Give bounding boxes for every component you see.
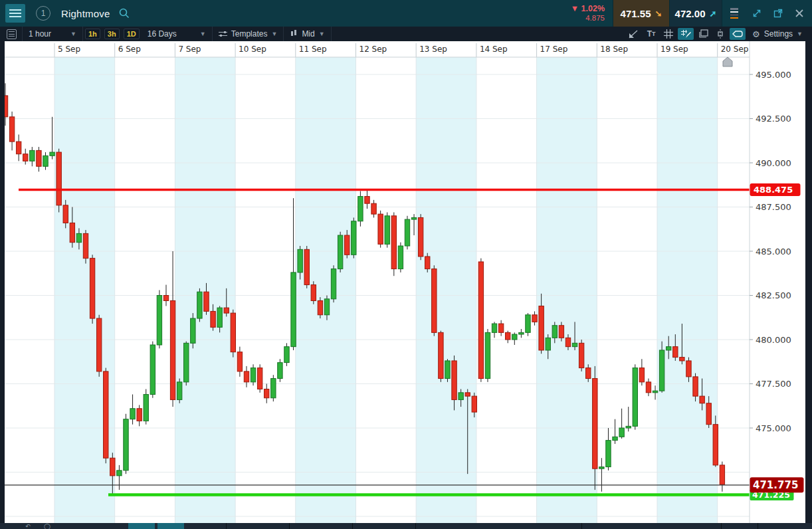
- watchlist-icon[interactable]: [0, 27, 22, 41]
- candle[interactable]: [244, 371, 249, 382]
- candle[interactable]: [157, 296, 161, 345]
- candle[interactable]: [298, 249, 302, 272]
- candle[interactable]: [686, 361, 691, 377]
- candle[interactable]: [519, 332, 524, 334]
- candle[interactable]: [532, 315, 537, 322]
- candle[interactable]: [43, 156, 48, 166]
- candle[interactable]: [633, 368, 637, 427]
- candle[interactable]: [90, 259, 94, 318]
- candle[interactable]: [506, 332, 510, 340]
- candle[interactable]: [177, 382, 181, 400]
- candle[interactable]: [613, 437, 617, 440]
- candle[interactable]: [117, 471, 122, 476]
- candle[interactable]: [693, 377, 698, 396]
- candle[interactable]: [606, 441, 611, 467]
- candle[interactable]: [539, 306, 544, 350]
- quick-interval-3h[interactable]: 3h: [104, 29, 120, 39]
- candle[interactable]: [485, 332, 490, 378]
- candle[interactable]: [197, 292, 202, 318]
- candle[interactable]: [720, 465, 724, 484]
- candle[interactable]: [63, 205, 68, 223]
- candle[interactable]: [257, 368, 262, 389]
- candle[interactable]: [512, 334, 517, 340]
- candle[interactable]: [5, 96, 8, 117]
- candlestick-chart[interactable]: 5 Sep6 Sep7 Sep10 Sep11 Sep12 Sep13 Sep1…: [5, 41, 812, 529]
- fullscreen-icon[interactable]: [750, 6, 764, 21]
- candle[interactable]: [16, 142, 21, 154]
- candle[interactable]: [278, 363, 282, 379]
- candle[interactable]: [526, 315, 530, 333]
- undo-icon[interactable]: ↶: [25, 524, 31, 529]
- text-tool-icon[interactable]: TT: [643, 28, 659, 40]
- candle[interactable]: [217, 308, 222, 327]
- candle[interactable]: [110, 458, 115, 476]
- candle[interactable]: [224, 308, 229, 313]
- candle[interactable]: [237, 352, 242, 371]
- candle[interactable]: [418, 217, 423, 257]
- draw-mode-icon[interactable]: [678, 28, 694, 40]
- candle[interactable]: [365, 197, 369, 204]
- candle[interactable]: [425, 257, 430, 269]
- candle[interactable]: [371, 203, 376, 214]
- candle[interactable]: [9, 117, 14, 142]
- interval-dropdown[interactable]: 1 hour▼: [23, 27, 82, 41]
- quick-interval-1h[interactable]: 1h: [85, 29, 100, 39]
- candle[interactable]: [137, 409, 142, 421]
- candle[interactable]: [673, 347, 678, 358]
- candle[interactable]: [204, 292, 209, 311]
- candle[interactable]: [472, 396, 476, 412]
- candle[interactable]: [492, 324, 496, 332]
- candle[interactable]: [56, 152, 61, 205]
- candle[interactable]: [498, 324, 503, 332]
- candle[interactable]: [170, 300, 175, 399]
- candle[interactable]: [124, 419, 128, 471]
- candle[interactable]: [593, 379, 597, 469]
- menu-icon[interactable]: [5, 4, 25, 23]
- pointer-tool-icon[interactable]: [730, 28, 746, 40]
- candle[interactable]: [639, 368, 644, 382]
- windows-layout-icon[interactable]: [695, 28, 711, 40]
- candle[interactable]: [130, 409, 135, 419]
- candle[interactable]: [291, 272, 296, 347]
- candle[interactable]: [338, 235, 342, 269]
- grid-icon[interactable]: [660, 28, 676, 40]
- candle[interactable]: [565, 338, 570, 346]
- candle[interactable]: [465, 393, 470, 396]
- candle[interactable]: [163, 296, 168, 301]
- candle[interactable]: [50, 152, 54, 156]
- candle[interactable]: [304, 249, 309, 284]
- indicator-icon[interactable]: [712, 28, 728, 40]
- candle[interactable]: [385, 216, 389, 245]
- candle[interactable]: [432, 269, 437, 333]
- candle[interactable]: [345, 235, 350, 255]
- range-dropdown[interactable]: 16 Days▼: [142, 27, 212, 41]
- candle[interactable]: [626, 426, 631, 428]
- close-icon[interactable]: [792, 6, 807, 21]
- candle[interactable]: [23, 154, 28, 161]
- candle[interactable]: [358, 197, 363, 221]
- candle[interactable]: [439, 332, 443, 378]
- popout-icon[interactable]: [771, 6, 785, 21]
- candle[interactable]: [37, 150, 41, 166]
- price-type-dropdown[interactable]: Mid▼: [284, 27, 330, 41]
- search-icon[interactable]: [118, 7, 130, 19]
- candle[interactable]: [318, 300, 322, 314]
- sell-button[interactable]: 471.55 ➘: [613, 0, 669, 27]
- candle[interactable]: [666, 347, 671, 350]
- candle[interactable]: [646, 382, 651, 393]
- candle[interactable]: [546, 338, 550, 350]
- bottom-toolbar[interactable]: ↶ ◯: [0, 523, 812, 529]
- candle[interactable]: [150, 345, 155, 394]
- candle[interactable]: [452, 361, 457, 400]
- candle[interactable]: [271, 379, 276, 398]
- pan-right-button[interactable]: [157, 523, 184, 529]
- trendline-tool-icon[interactable]: [626, 28, 642, 40]
- quick-interval-1d[interactable]: 1D: [124, 29, 140, 39]
- candle[interactable]: [659, 350, 664, 391]
- candle[interactable]: [398, 246, 403, 269]
- candle[interactable]: [378, 214, 383, 244]
- candle[interactable]: [411, 217, 416, 219]
- candle[interactable]: [458, 393, 463, 400]
- candle[interactable]: [284, 347, 289, 363]
- candle[interactable]: [70, 223, 74, 242]
